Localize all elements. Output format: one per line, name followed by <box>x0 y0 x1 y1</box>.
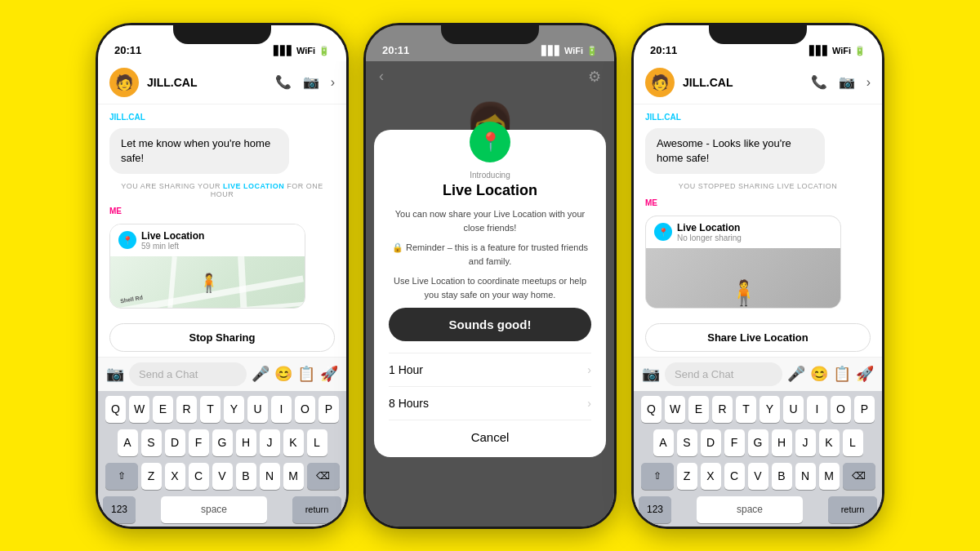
key-123-left[interactable]: 123 <box>103 496 136 523</box>
sounds-good-button[interactable]: Sounds good! <box>389 308 591 341</box>
kb-row1-right: Q W E R T Y U I O P <box>636 396 880 423</box>
no-share-card-right[interactable]: 📍 Live Location No longer sharing 🧍 <box>645 216 841 309</box>
key-W[interactable]: W <box>129 396 149 423</box>
key-T[interactable]: T <box>200 396 220 423</box>
key-X[interactable]: X <box>165 463 185 490</box>
key-delete-left[interactable]: ⌫ <box>307 463 340 490</box>
camera-icon-right[interactable]: 📷 <box>642 365 660 383</box>
phone-right: 20:11 ▋▋▋ WiFi 🔋 🧑 JILL.CAL 📞 📷 › JILL.C… <box>631 23 884 529</box>
key-S[interactable]: S <box>141 429 162 456</box>
live-location-card-left[interactable]: 📍 Live Location 59 min left Shell Rd Ave… <box>109 224 305 309</box>
key-S-r[interactable]: S <box>677 429 697 456</box>
key-F-r[interactable]: F <box>724 429 745 456</box>
kb-bottom-left: 123 space return <box>100 496 344 523</box>
key-E[interactable]: E <box>153 396 173 423</box>
key-V-r[interactable]: V <box>748 463 768 490</box>
key-G-r[interactable]: G <box>748 429 768 456</box>
key-I-r[interactable]: I <box>807 396 827 423</box>
key-space-left[interactable]: space <box>161 496 267 523</box>
rocket-icon-left[interactable]: 🚀 <box>320 365 338 383</box>
key-M[interactable]: M <box>283 463 304 490</box>
video-icon-right[interactable]: 📷 <box>839 74 855 90</box>
key-return-left[interactable]: return <box>292 496 341 523</box>
key-space-right[interactable]: space <box>697 496 803 523</box>
key-G[interactable]: G <box>212 429 233 456</box>
key-P-r[interactable]: P <box>854 396 875 423</box>
video-icon-left[interactable]: 📷 <box>303 74 319 90</box>
key-B-r[interactable]: B <box>772 463 792 490</box>
key-Q-r[interactable]: Q <box>641 396 662 423</box>
key-123-right[interactable]: 123 <box>639 496 671 523</box>
key-Z-r[interactable]: Z <box>677 463 697 490</box>
phone-left: 20:11 ▋▋▋ WiFi 🔋 🧑 JILL.CAL 📞 📷 › JILL.C… <box>96 23 349 529</box>
key-U-r[interactable]: U <box>783 396 804 423</box>
key-A-r[interactable]: A <box>653 429 674 456</box>
key-H[interactable]: H <box>236 429 256 456</box>
key-I[interactable]: I <box>271 396 292 423</box>
key-A[interactable]: A <box>118 429 138 456</box>
key-Z[interactable]: Z <box>141 463 162 490</box>
chat-input-left[interactable]: Send a Chat <box>129 362 247 386</box>
key-T-r[interactable]: T <box>736 396 756 423</box>
key-O[interactable]: O <box>295 396 315 423</box>
key-R-r[interactable]: R <box>712 396 733 423</box>
more-icon-left[interactable]: › <box>331 75 335 90</box>
key-Y-r[interactable]: Y <box>760 396 780 423</box>
key-Y[interactable]: Y <box>224 396 244 423</box>
key-M-r[interactable]: M <box>819 463 840 490</box>
key-J-r[interactable]: J <box>795 429 816 456</box>
loc-time-left: 59 min left <box>141 242 204 251</box>
option-8-hours[interactable]: 8 Hours › <box>389 386 591 420</box>
key-L[interactable]: L <box>307 429 327 456</box>
modal-reminder: 🔒 Reminder – this is a feature for trust… <box>389 241 591 268</box>
key-delete-right[interactable]: ⌫ <box>843 463 875 490</box>
key-R[interactable]: R <box>176 396 197 423</box>
key-shift-right[interactable]: ⇧ <box>641 463 674 490</box>
key-J[interactable]: J <box>260 429 280 456</box>
key-K-r[interactable]: K <box>819 429 840 456</box>
key-C-r[interactable]: C <box>724 463 745 490</box>
key-O-r[interactable]: O <box>831 396 851 423</box>
emoji-icon-left[interactable]: 😊 <box>274 365 292 383</box>
sticker-icon-right[interactable]: 📋 <box>833 365 851 383</box>
key-N-r[interactable]: N <box>795 463 816 490</box>
key-D[interactable]: D <box>165 429 185 456</box>
camera-icon-left[interactable]: 📷 <box>106 365 124 383</box>
key-V[interactable]: V <box>212 463 233 490</box>
key-W-r[interactable]: W <box>665 396 685 423</box>
key-H-r[interactable]: H <box>772 429 792 456</box>
chat-header-right: 🧑 JILL.CAL 📞 📷 › <box>634 61 882 104</box>
key-D-r[interactable]: D <box>701 429 721 456</box>
key-N[interactable]: N <box>260 463 280 490</box>
key-shift-left[interactable]: ⇧ <box>105 463 138 490</box>
key-L-r[interactable]: L <box>843 429 863 456</box>
key-E-r[interactable]: E <box>688 396 709 423</box>
message-bubble-right: Awesome - Looks like you're home safe! <box>645 128 825 174</box>
mic-icon-left[interactable]: 🎤 <box>252 365 270 383</box>
key-X-r[interactable]: X <box>701 463 721 490</box>
key-K[interactable]: K <box>283 429 304 456</box>
key-Q[interactable]: Q <box>105 396 126 423</box>
chat-input-right[interactable]: Send a Chat <box>665 362 782 386</box>
emoji-icon-right[interactable]: 😊 <box>810 365 828 383</box>
key-B[interactable]: B <box>236 463 256 490</box>
mic-icon-right[interactable]: 🎤 <box>787 365 805 383</box>
option-1-hour-label: 1 Hour <box>389 363 423 376</box>
key-return-right[interactable]: return <box>828 496 877 523</box>
phone-icon-right[interactable]: 📞 <box>811 74 827 90</box>
share-live-location-button[interactable]: Share Live Location <box>645 323 871 352</box>
key-C[interactable]: C <box>189 463 209 490</box>
more-icon-right[interactable]: › <box>866 75 871 90</box>
notch-right <box>709 23 807 44</box>
cancel-button[interactable]: Cancel <box>389 420 591 444</box>
notch-middle <box>441 23 539 44</box>
key-P[interactable]: P <box>318 396 339 423</box>
rocket-icon-right[interactable]: 🚀 <box>856 365 874 383</box>
sticker-icon-left[interactable]: 📋 <box>297 365 315 383</box>
key-U[interactable]: U <box>247 396 268 423</box>
option-1-hour[interactable]: 1 Hour › <box>389 353 591 386</box>
phone-icon-left[interactable]: 📞 <box>275 74 292 90</box>
bitmoji-no-share: 🧍 <box>728 278 759 307</box>
stop-sharing-button[interactable]: Stop Sharing <box>109 323 335 352</box>
key-F[interactable]: F <box>189 429 209 456</box>
